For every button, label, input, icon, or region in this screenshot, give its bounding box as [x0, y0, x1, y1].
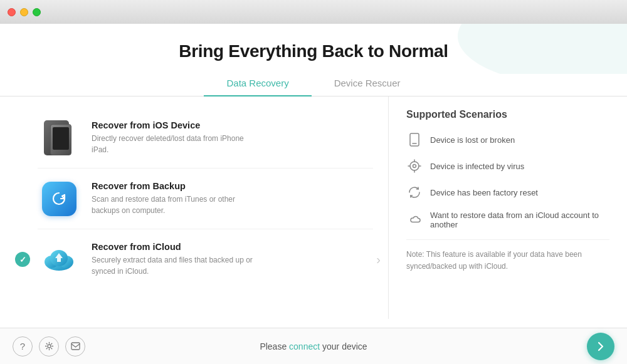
recovery-item-ios[interactable]: Recover from iOS Device Directly recover… — [38, 108, 373, 169]
tabs-container: Data Recovery Device Rescuer — [0, 73, 627, 96]
main-content: Bring Everything Back to Normal Data Rec… — [0, 24, 627, 328]
svg-point-9 — [410, 162, 419, 170]
settings-gear-icon — [45, 341, 54, 351]
reset-icon — [406, 184, 423, 200]
status-highlight: connect — [289, 341, 320, 351]
scenario-icloud-restore-text: Want to restore data from an iCloud acco… — [430, 211, 609, 229]
icloud-title: Recover from iCloud — [92, 242, 255, 252]
scenario-virus-text: Device is infected by virus — [430, 162, 524, 171]
header: Bring Everything Back to Normal — [0, 24, 627, 61]
selected-checkmark — [15, 252, 30, 267]
minimize-button[interactable] — [20, 8, 28, 16]
svg-rect-7 — [410, 133, 419, 146]
backup-desc: Scan and restore data from iTunes or oth… — [92, 194, 255, 216]
scenario-factory-reset: Device has been factory reset — [406, 184, 609, 200]
cloud-restore-icon — [406, 212, 423, 228]
icloud-desc: Securely extract data and files that bac… — [92, 254, 255, 277]
ios-device-title: Recover from iOS Device — [92, 120, 255, 130]
backup-text: Recover from Backup Scan and restore dat… — [92, 181, 255, 216]
backup-icon-wrap — [38, 177, 80, 220]
traffic-lights — [8, 8, 41, 16]
chevron-right-icon: › — [376, 252, 381, 267]
svg-point-15 — [48, 345, 51, 348]
backup-title: Recover from Backup — [92, 181, 255, 191]
email-button[interactable] — [65, 336, 85, 356]
virus-icon — [406, 158, 423, 174]
tab-data-recovery[interactable]: Data Recovery — [204, 73, 311, 96]
right-panel: Supported Scenarios Device is lost or br… — [389, 96, 627, 319]
backup-icon-bg-wrap — [39, 179, 80, 219]
icloud-text: Recover from iCloud Securely extract dat… — [92, 242, 255, 277]
icloud-icon — [39, 239, 80, 280]
page-title: Bring Everything Back to Normal — [0, 41, 627, 61]
scenarios-title: Supported Scenarios — [406, 109, 609, 120]
device-front — [50, 124, 71, 155]
tab-device-rescuer[interactable]: Device Rescuer — [312, 73, 423, 96]
phone-broken-icon — [406, 132, 423, 148]
close-button[interactable] — [8, 8, 16, 16]
ios-device-icon-wrap — [38, 117, 80, 159]
svg-point-10 — [413, 165, 416, 168]
scenario-lost-broken-text: Device is lost or broken — [430, 135, 515, 145]
left-panel: Recover from iOS Device Directly recover… — [0, 96, 389, 319]
next-button[interactable] — [587, 333, 614, 360]
settings-button[interactable] — [39, 336, 59, 356]
recovery-item-icloud[interactable]: Recover from iCloud Securely extract dat… — [38, 229, 373, 289]
note-text: Note: This feature is available if your … — [406, 239, 609, 273]
content-area: Recover from iOS Device Directly recover… — [0, 96, 627, 319]
bottom-bar: ? Please connect your device — [0, 328, 627, 364]
status-text: Please connect your device — [260, 341, 367, 351]
help-button[interactable]: ? — [13, 336, 33, 356]
scenario-icloud-restore: Want to restore data from an iCloud acco… — [406, 211, 609, 229]
scenario-lost-broken: Device is lost or broken — [406, 132, 609, 148]
ios-device-desc: Directly recover deleted/lost data from … — [92, 133, 255, 155]
maximize-button[interactable] — [33, 8, 41, 16]
icloud-icon-wrap — [38, 238, 80, 281]
title-bar — [0, 0, 627, 24]
email-icon — [71, 342, 80, 350]
backup-svg-icon — [50, 189, 68, 208]
recovery-item-backup[interactable]: Recover from Backup Scan and restore dat… — [38, 169, 373, 229]
svg-rect-16 — [71, 343, 80, 350]
scenario-virus: Device is infected by virus — [406, 158, 609, 174]
bottom-left-icons: ? — [13, 336, 85, 356]
ios-device-text: Recover from iOS Device Directly recover… — [92, 120, 255, 155]
arrow-right-icon — [594, 340, 607, 353]
scenario-factory-reset-text: Device has been factory reset — [430, 188, 538, 197]
ios-device-icon — [39, 118, 80, 159]
backup-icon — [42, 182, 76, 216]
